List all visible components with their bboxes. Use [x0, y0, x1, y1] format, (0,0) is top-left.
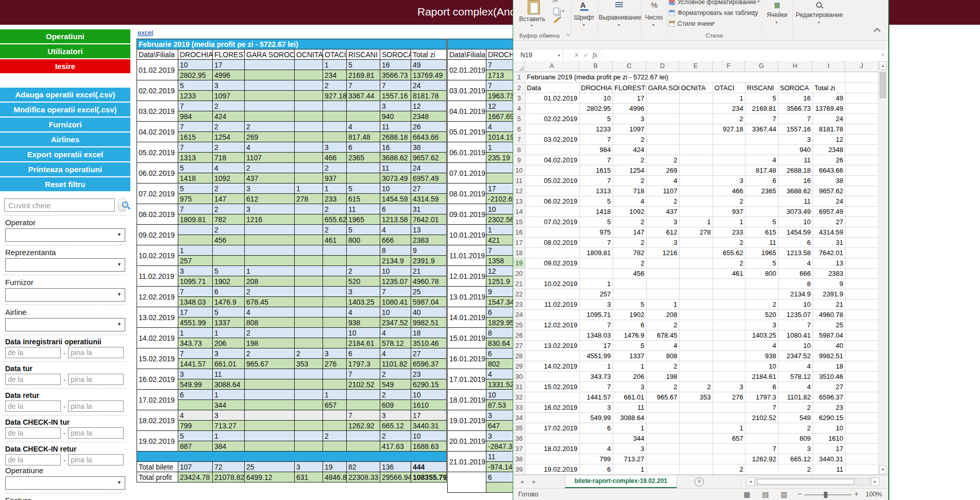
- data-cell[interactable]: [713, 144, 745, 155]
- zoom-level-text[interactable]: 100%: [866, 491, 882, 498]
- row-header-11[interactable]: 11: [513, 175, 525, 186]
- data-cell[interactable]: 666: [778, 268, 813, 278]
- data-cell[interactable]: [646, 134, 679, 144]
- data-cell[interactable]: 1902: [613, 309, 646, 320]
- data-cell[interactable]: [525, 433, 579, 443]
- row-header-15[interactable]: 15: [513, 216, 525, 227]
- enter-icon[interactable]: ✓: [583, 52, 588, 59]
- row-header-6[interactable]: 6: [513, 124, 525, 134]
- row-header-4[interactable]: 4: [513, 103, 525, 113]
- sheet-title-cell[interactable]: Februarie 2019 (media profit pe zi - 572…: [525, 72, 845, 82]
- data-cell[interactable]: 09.02.2019: [525, 258, 579, 268]
- horizontal-scroll-thumb[interactable]: [757, 479, 854, 485]
- data-cell[interactable]: 2: [613, 237, 646, 247]
- data-cell[interactable]: 9657.62: [813, 186, 845, 196]
- data-cell[interactable]: 817.48: [745, 165, 778, 175]
- data-cell[interactable]: [845, 412, 878, 423]
- data-cell[interactable]: [525, 247, 579, 258]
- data-cell[interactable]: 520: [745, 309, 778, 320]
- data-cell[interactable]: 2: [679, 381, 713, 392]
- data-cell[interactable]: [679, 113, 713, 124]
- data-cell[interactable]: [745, 144, 778, 155]
- data-cell[interactable]: 6: [778, 237, 813, 247]
- data-cell[interactable]: 7: [579, 155, 613, 165]
- sidebar-action-printeaza-operatiuni[interactable]: Printeaza operatiuni: [0, 162, 130, 176]
- sidebar-action-reset-filtru[interactable]: Reset filtru: [0, 177, 130, 191]
- data-cell[interactable]: 2: [613, 258, 646, 268]
- data-cell[interactable]: 5: [745, 258, 778, 268]
- scroll-down-icon[interactable]: ▼: [879, 465, 887, 474]
- data-cell[interactable]: 2134.9: [778, 289, 813, 299]
- data-cell[interactable]: [679, 124, 713, 134]
- data-cell[interactable]: 657: [713, 433, 745, 443]
- data-checkin-tur-from-input[interactable]: [5, 427, 61, 439]
- data-cell[interactable]: [845, 258, 878, 268]
- data-cell[interactable]: 10: [778, 299, 813, 309]
- operatiune-select[interactable]: ▼: [5, 476, 125, 490]
- data-cell[interactable]: 147: [613, 227, 646, 237]
- data-cell[interactable]: 2: [646, 320, 679, 330]
- data-cell[interactable]: 1213.58: [778, 247, 813, 258]
- data-cell[interactable]: 2802.95: [579, 103, 613, 113]
- column-header-C[interactable]: C: [613, 61, 646, 72]
- data-cell[interactable]: 14.02.2019: [525, 361, 579, 371]
- data-cell[interactable]: 3: [646, 237, 679, 247]
- data-cell[interactable]: [745, 206, 778, 216]
- data-cell[interactable]: [713, 371, 745, 381]
- data-cell[interactable]: 937: [713, 206, 745, 216]
- insert-function-icon[interactable]: fx: [593, 51, 597, 59]
- column-header-H[interactable]: H: [778, 61, 813, 72]
- data-cell[interactable]: [713, 351, 745, 361]
- data-cell[interactable]: 1797.3: [745, 392, 778, 402]
- data-cell[interactable]: 4314.59: [813, 227, 845, 237]
- data-cell[interactable]: [845, 289, 878, 299]
- data-cell[interactable]: 4551.99: [579, 351, 613, 361]
- data-cell[interactable]: 808: [646, 351, 679, 361]
- data-cell[interactable]: 10: [579, 93, 613, 103]
- data-cell[interactable]: 6: [613, 320, 646, 330]
- data-cell[interactable]: 615: [745, 227, 778, 237]
- data-cell[interactable]: 3: [579, 299, 613, 309]
- data-cell[interactable]: 1216: [646, 247, 679, 258]
- data-cell[interactable]: [845, 464, 878, 474]
- data-cell[interactable]: 5: [579, 196, 613, 206]
- data-cell[interactable]: 2: [713, 258, 745, 268]
- data-cell[interactable]: [713, 361, 745, 371]
- data-cell[interactable]: 11: [778, 155, 813, 165]
- data-cell[interactable]: 1: [679, 216, 713, 227]
- data-cell[interactable]: 21: [813, 299, 845, 309]
- data-cell[interactable]: [845, 227, 878, 237]
- data-cell[interactable]: 3073.49: [778, 206, 813, 216]
- data-cell[interactable]: 1965: [745, 247, 778, 258]
- data-cell[interactable]: [613, 289, 646, 299]
- data-cell[interactable]: [845, 361, 878, 371]
- data-cell[interactable]: 9: [813, 278, 845, 289]
- data-cell[interactable]: 31: [813, 237, 845, 247]
- zoom-slider[interactable]: [804, 494, 852, 495]
- data-cell[interactable]: [646, 93, 679, 103]
- data-cell[interactable]: [845, 186, 878, 196]
- data-cell[interactable]: [679, 309, 713, 320]
- data-cell[interactable]: [679, 165, 713, 175]
- data-cell[interactable]: 17: [579, 340, 613, 351]
- data-cell[interactable]: 1348.03: [579, 330, 613, 340]
- data-cell[interactable]: [679, 103, 713, 113]
- data-cell[interactable]: 661.01: [613, 392, 646, 402]
- data-cell[interactable]: 466: [713, 186, 745, 196]
- row-header-23[interactable]: 23: [513, 299, 525, 309]
- data-cell[interactable]: 18: [813, 361, 845, 371]
- data-cell[interactable]: [579, 258, 613, 268]
- header-cell[interactable]: Total zi: [813, 82, 845, 93]
- column-header-F[interactable]: F: [713, 61, 745, 72]
- data-cell[interactable]: 03.02.2019: [525, 134, 579, 144]
- data-cell[interactable]: [646, 258, 679, 268]
- data-cell[interactable]: 4: [745, 155, 778, 165]
- data-cell[interactable]: [646, 124, 679, 134]
- hscroll-right-icon[interactable]: ▸: [871, 477, 880, 486]
- data-cell[interactable]: 19.02.2019: [525, 464, 579, 474]
- data-cell[interactable]: 49: [813, 93, 845, 103]
- data-cell[interactable]: 4996: [613, 103, 646, 113]
- data-cell[interactable]: 1441.57: [579, 392, 613, 402]
- data-cell[interactable]: [525, 124, 579, 134]
- data-cell[interactable]: 5: [613, 340, 646, 351]
